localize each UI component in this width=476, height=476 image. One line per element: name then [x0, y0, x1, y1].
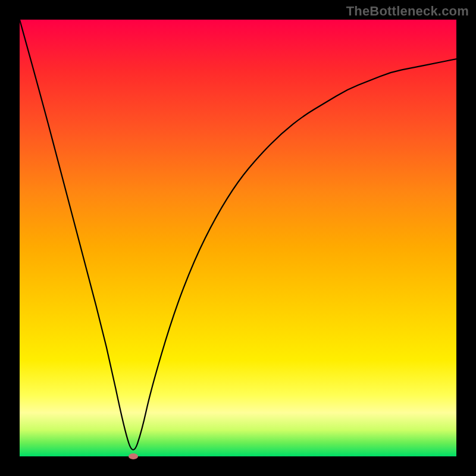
- bottleneck-curve: [20, 20, 456, 450]
- chart-frame: TheBottleneck.com: [0, 0, 476, 476]
- minimum-marker: [129, 453, 138, 459]
- curve-svg: [20, 20, 456, 456]
- plot-area: [20, 20, 456, 456]
- watermark-text: TheBottleneck.com: [346, 4, 469, 19]
